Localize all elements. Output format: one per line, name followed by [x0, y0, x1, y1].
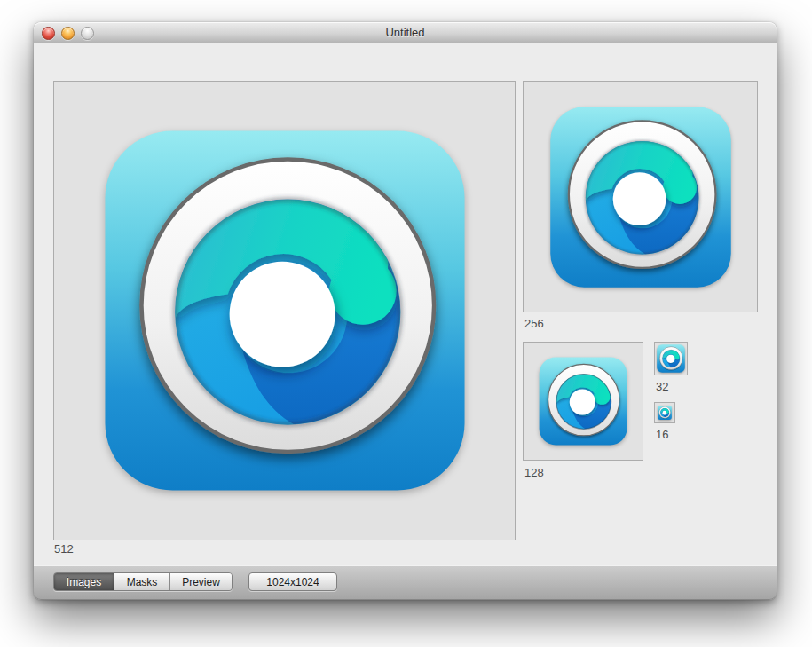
resolution-button[interactable]: 1024x1024 — [248, 572, 337, 591]
icon-slot-16[interactable] — [654, 402, 675, 423]
tab-images[interactable]: Images — [54, 573, 114, 590]
size-label-128: 128 — [524, 466, 544, 479]
size-label-256: 256 — [524, 317, 544, 330]
app-icon-256 — [549, 106, 732, 288]
view-segmented-control: Images Masks Preview — [53, 572, 233, 591]
content-area: 512 256 128 32 — [34, 43, 777, 566]
app-icon-32 — [657, 344, 685, 373]
app-icon-16 — [658, 406, 672, 420]
size-label-512: 512 — [54, 542, 74, 556]
icon-slot-256[interactable] — [523, 81, 758, 312]
app-icon-512 — [103, 129, 467, 493]
size-label-16: 16 — [656, 428, 668, 441]
tab-preview[interactable]: Preview — [169, 573, 232, 590]
app-icon-128 — [539, 357, 627, 446]
bottom-toolbar: Images Masks Preview 1024x1024 — [34, 565, 777, 600]
app-window: Untitled 512 256 128 — [34, 22, 777, 600]
screen: Untitled 512 256 128 — [0, 0, 812, 647]
icon-slot-32[interactable] — [654, 342, 688, 375]
icon-slot-512[interactable] — [53, 81, 516, 540]
window-title: Untitled — [34, 22, 777, 43]
tab-masks[interactable]: Masks — [114, 573, 169, 590]
title-bar[interactable]: Untitled — [34, 22, 777, 43]
icon-slot-128[interactable] — [523, 342, 643, 461]
size-label-32: 32 — [656, 380, 668, 393]
